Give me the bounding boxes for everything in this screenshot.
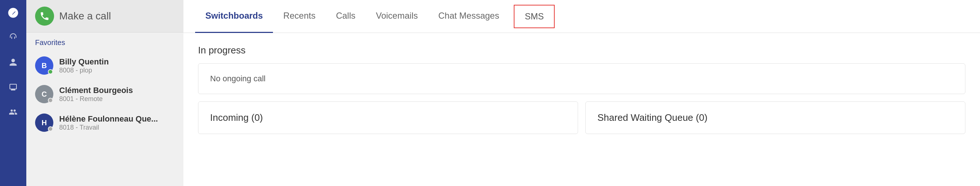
contacts-icon[interactable] (6, 55, 21, 70)
tab-switchboards[interactable]: Switchboards (195, 0, 273, 33)
shared-queue-card: Shared Waiting Queue (0) (585, 101, 966, 134)
incoming-card: Incoming (0) (198, 101, 578, 134)
content-area: In progress No ongoing call Incoming (0)… (183, 33, 980, 186)
main-content: Switchboards Recents Calls Voicemails Ch… (183, 0, 980, 186)
sidebar (0, 0, 26, 186)
make-call-label: Make a call (59, 10, 111, 22)
call-icon-circle (35, 6, 54, 26)
tab-recents[interactable]: Recents (273, 0, 326, 33)
tab-sms[interactable]: SMS (514, 5, 555, 28)
favorites-section: Favorites B Billy Quentin 8008 - plop C … (26, 32, 183, 143)
tabs-bar: Switchboards Recents Calls Voicemails Ch… (183, 0, 980, 33)
no-call-card: No ongoing call (198, 63, 966, 94)
avatar: B (35, 56, 53, 75)
contact-info: Hélène Foulonneau Que... 8018 - Travail (59, 114, 158, 131)
groups-icon[interactable] (6, 105, 21, 119)
avatar: C (35, 85, 53, 103)
status-dot-offline (48, 126, 53, 131)
incoming-title: Incoming (0) (210, 112, 566, 123)
contact-item[interactable]: H Hélène Foulonneau Que... 8018 - Travai… (26, 108, 183, 137)
avatar: H (35, 114, 53, 132)
favorites-label: Favorites (26, 38, 183, 51)
screen-icon[interactable] (6, 80, 21, 95)
contact-sub: 8018 - Travail (59, 124, 158, 131)
headset-icon[interactable] (6, 30, 21, 45)
contact-info: Billy Quentin 8008 - plop (59, 57, 109, 74)
contact-item[interactable]: C Clément Bourgeois 8001 - Remote (26, 80, 183, 108)
status-dot-online (48, 69, 53, 74)
app-logo[interactable] (6, 6, 20, 20)
tab-chat-messages[interactable]: Chat Messages (428, 0, 509, 33)
contact-name: Clément Bourgeois (59, 86, 133, 95)
bottom-cards: Incoming (0) Shared Waiting Queue (0) (198, 101, 966, 134)
contact-item[interactable]: B Billy Quentin 8008 - plop (26, 51, 183, 80)
no-call-text: No ongoing call (210, 74, 266, 83)
tab-calls[interactable]: Calls (326, 0, 365, 33)
tab-voicemails[interactable]: Voicemails (366, 0, 428, 33)
make-call-button[interactable]: Make a call (26, 0, 183, 32)
left-panel: Make a call Favorites B Billy Quentin 80… (26, 0, 183, 186)
contact-name: Hélène Foulonneau Que... (59, 114, 158, 124)
contact-info: Clément Bourgeois 8001 - Remote (59, 86, 133, 103)
status-dot-offline (48, 98, 53, 103)
contact-sub: 8001 - Remote (59, 95, 133, 103)
contact-sub: 8008 - plop (59, 67, 109, 74)
in-progress-title: In progress (198, 45, 966, 56)
contact-name: Billy Quentin (59, 57, 109, 67)
shared-queue-title: Shared Waiting Queue (0) (597, 112, 953, 123)
